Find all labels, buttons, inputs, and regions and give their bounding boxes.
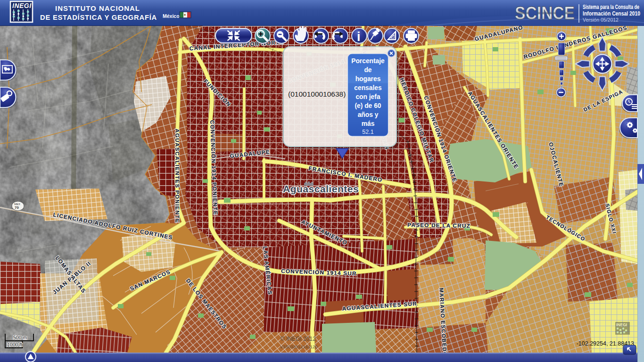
svg-text:más: más bbox=[362, 120, 375, 127]
svg-text:1000 ft: 1000 ft bbox=[7, 342, 22, 347]
svg-text:Porcentaje: Porcentaje bbox=[351, 58, 385, 65]
svg-text:i: i bbox=[357, 30, 361, 44]
svg-text:hogares: hogares bbox=[355, 75, 381, 82]
svg-text:52.1: 52.1 bbox=[362, 129, 373, 135]
svg-text:censales: censales bbox=[354, 84, 382, 91]
svg-text:con jefa: con jefa bbox=[355, 93, 380, 100]
svg-text:años y: años y bbox=[358, 111, 379, 118]
svg-text:(e) de 60: (e) de 60 bbox=[355, 102, 381, 109]
svg-text:500 m: 500 m bbox=[13, 335, 27, 340]
svg-text:(0100100010638): (0100100010638) bbox=[288, 90, 346, 98]
svg-text:de: de bbox=[364, 66, 372, 74]
